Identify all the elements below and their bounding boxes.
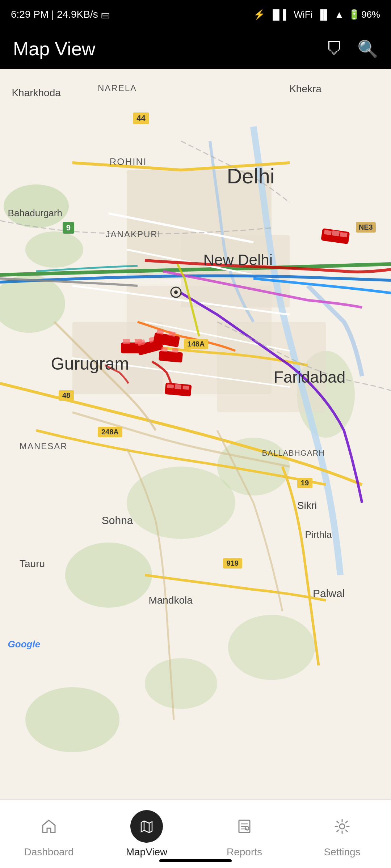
nav-label-reports: Reports (227, 846, 262, 858)
nav-icon-reports (228, 810, 261, 843)
wifi2-icon: ▲ (335, 9, 344, 20)
filter-icon[interactable]: ⛉ (326, 39, 343, 59)
status-sim-icon: 🖴 (101, 10, 110, 20)
signal-icon: ▐▌▌ (269, 9, 289, 20)
svg-rect-33 (172, 348, 178, 353)
nav-icon-dashboard (33, 810, 65, 843)
nav-label-settings: Settings (324, 846, 360, 858)
status-time: 6:29 PM (11, 9, 49, 20)
status-speed: 24.9KB/s (57, 9, 98, 20)
badge-48: 48 (59, 390, 74, 401)
svg-rect-32 (161, 347, 168, 352)
nav-label-dashboard: Dashboard (24, 846, 74, 858)
app-bar-actions: ⛉ 🔍 (326, 39, 378, 59)
svg-point-4 (65, 542, 152, 608)
vehicle-marker-2 (164, 382, 192, 398)
svg-rect-36 (182, 386, 189, 390)
app-title: Map View (13, 38, 95, 60)
svg-rect-37 (175, 384, 181, 390)
svg-point-2 (25, 231, 83, 268)
status-network: | (51, 9, 57, 20)
svg-rect-31 (159, 350, 183, 363)
svg-rect-23 (123, 339, 130, 344)
bottom-nav: Dashboard MapView Reports (0, 799, 391, 868)
nav-label-mapview: MapView (126, 846, 168, 858)
badge-9: 9 (63, 222, 74, 234)
badge-19: 19 (297, 478, 312, 488)
badge-248a: 248A (98, 427, 122, 437)
svg-rect-35 (167, 384, 174, 388)
app-bar: Map View ⛉ 🔍 (0, 29, 391, 69)
status-right-icons: ⚡ ▐▌▌ WiFi ▐▌ ▲ 🔋 96% (253, 9, 380, 20)
svg-point-45 (340, 824, 345, 829)
nav-item-reports[interactable]: Reports (196, 810, 293, 858)
signal2-icon: ▐▌ (317, 9, 330, 20)
status-time-network: 6:29 PM | 24.9KB/s 🖴 (11, 9, 110, 20)
home-indicator (159, 859, 232, 862)
nav-item-dashboard[interactable]: Dashboard (0, 810, 98, 858)
battery-icon: 🔋 96% (348, 9, 380, 20)
nav-item-settings[interactable]: Settings (293, 810, 391, 858)
badge-44: 44 (133, 112, 149, 124)
wifi-icon: WiFi (294, 9, 312, 20)
nav-item-mapview[interactable]: MapView (98, 810, 196, 858)
badge-ne3: NE3 (356, 222, 376, 233)
bluetooth-icon: ⚡ (253, 9, 265, 20)
nav-icon-settings (326, 810, 358, 843)
svg-point-1 (4, 184, 69, 228)
status-bar: 6:29 PM | 24.9KB/s 🖴 ⚡ ▐▌▌ WiFi ▐▌ ▲ 🔋 9… (0, 0, 391, 29)
nav-icon-mapview (130, 810, 163, 843)
badge-919: 919 (223, 558, 242, 569)
map-view[interactable]: Kharkhoda NARELA Khekra 44 ROHINI Delhi … (0, 69, 391, 799)
vehicle-cluster-gurugram (117, 321, 190, 374)
svg-point-17 (174, 290, 178, 294)
svg-point-8 (25, 687, 119, 752)
map-svg (0, 69, 391, 799)
battery-percent: 96% (361, 9, 380, 20)
svg-point-5 (127, 467, 235, 539)
search-icon[interactable]: 🔍 (357, 39, 378, 59)
svg-point-10 (228, 615, 315, 680)
svg-point-9 (145, 658, 217, 709)
